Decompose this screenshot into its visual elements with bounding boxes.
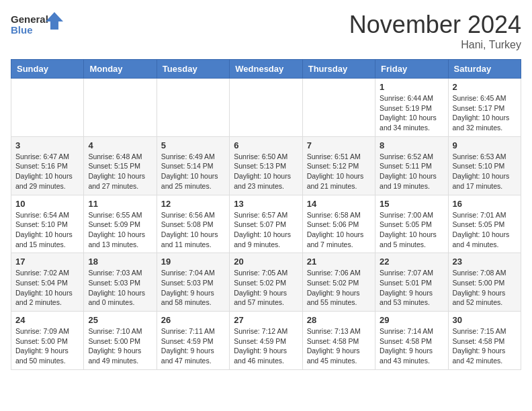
day-number: 18 — [88, 257, 152, 267]
day-info: Sunrise: 7:14 AM Sunset: 4:58 PM Dayligh… — [380, 326, 443, 366]
day-header-wednesday: Wednesday — [230, 60, 302, 79]
svg-text:General: General — [11, 13, 48, 25]
calendar-cell: 4Sunrise: 6:48 AM Sunset: 5:15 PM Daylig… — [84, 136, 157, 195]
location: Hani, Turkey — [349, 39, 521, 51]
day-info: Sunrise: 6:48 AM Sunset: 5:15 PM Dayligh… — [88, 152, 152, 191]
day-info: Sunrise: 6:53 AM Sunset: 5:10 PM Dayligh… — [453, 152, 517, 191]
day-info: Sunrise: 6:57 AM Sunset: 5:07 PM Dayligh… — [234, 210, 298, 250]
day-number: 6 — [234, 140, 298, 150]
day-info: Sunrise: 7:10 AM Sunset: 5:00 PM Dayligh… — [88, 326, 152, 366]
calendar-cell: 12Sunrise: 6:56 AM Sunset: 5:08 PM Dayli… — [157, 195, 229, 253]
calendar-cell: 25Sunrise: 7:10 AM Sunset: 5:00 PM Dayli… — [84, 312, 157, 370]
day-number: 28 — [307, 315, 371, 325]
day-number: 1 — [380, 82, 443, 92]
day-number: 19 — [161, 257, 225, 267]
day-info: Sunrise: 6:50 AM Sunset: 5:13 PM Dayligh… — [234, 152, 298, 191]
calendar-cell: 27Sunrise: 7:12 AM Sunset: 4:59 PM Dayli… — [230, 312, 302, 370]
calendar-cell: 26Sunrise: 7:11 AM Sunset: 4:59 PM Dayli… — [157, 312, 229, 370]
calendar-cell: 6Sunrise: 6:50 AM Sunset: 5:13 PM Daylig… — [230, 136, 302, 195]
day-number: 25 — [88, 315, 152, 325]
day-info: Sunrise: 7:11 AM Sunset: 4:59 PM Dayligh… — [161, 326, 225, 366]
calendar-cell: 3Sunrise: 6:47 AM Sunset: 5:16 PM Daylig… — [11, 136, 84, 195]
week-row-4: 17Sunrise: 7:02 AM Sunset: 5:04 PM Dayli… — [11, 253, 521, 312]
calendar-cell: 10Sunrise: 6:54 AM Sunset: 5:10 PM Dayli… — [11, 195, 84, 253]
day-info: Sunrise: 7:04 AM Sunset: 5:03 PM Dayligh… — [161, 268, 225, 308]
day-info: Sunrise: 7:00 AM Sunset: 5:05 PM Dayligh… — [380, 210, 443, 250]
day-header-tuesday: Tuesday — [157, 60, 229, 79]
day-info: Sunrise: 6:54 AM Sunset: 5:10 PM Dayligh… — [15, 210, 79, 250]
day-number: 20 — [234, 257, 298, 267]
day-number: 13 — [234, 199, 298, 209]
day-info: Sunrise: 7:02 AM Sunset: 5:04 PM Dayligh… — [15, 268, 79, 308]
day-number: 2 — [453, 82, 517, 92]
calendar-cell — [230, 79, 302, 137]
week-row-5: 24Sunrise: 7:09 AM Sunset: 5:00 PM Dayli… — [11, 312, 521, 370]
calendar-cell: 15Sunrise: 7:00 AM Sunset: 5:05 PM Dayli… — [375, 195, 448, 253]
calendar-cell: 30Sunrise: 7:15 AM Sunset: 4:58 PM Dayli… — [448, 312, 521, 370]
calendar-header: SundayMondayTuesdayWednesdayThursdayFrid… — [11, 60, 521, 79]
day-number: 17 — [15, 257, 79, 267]
day-info: Sunrise: 7:05 AM Sunset: 5:02 PM Dayligh… — [234, 268, 298, 308]
calendar: SundayMondayTuesdayWednesdayThursdayFrid… — [11, 59, 521, 370]
day-number: 30 — [453, 315, 517, 325]
svg-text:Blue: Blue — [11, 24, 33, 36]
day-info: Sunrise: 6:44 AM Sunset: 5:19 PM Dayligh… — [380, 93, 443, 133]
calendar-cell: 23Sunrise: 7:08 AM Sunset: 5:00 PM Dayli… — [448, 253, 521, 312]
day-number: 22 — [380, 257, 443, 267]
month-title: November 2024 — [349, 11, 521, 39]
header: GeneralBlue November 2024 Hani, Turkey — [11, 11, 521, 51]
calendar-cell: 19Sunrise: 7:04 AM Sunset: 5:03 PM Dayli… — [157, 253, 229, 312]
calendar-cell: 16Sunrise: 7:01 AM Sunset: 5:05 PM Dayli… — [448, 195, 521, 253]
day-number: 4 — [88, 140, 152, 150]
day-info: Sunrise: 7:13 AM Sunset: 4:58 PM Dayligh… — [307, 326, 371, 366]
calendar-cell: 5Sunrise: 6:49 AM Sunset: 5:14 PM Daylig… — [157, 136, 229, 195]
calendar-cell: 21Sunrise: 7:06 AM Sunset: 5:02 PM Dayli… — [302, 253, 375, 312]
day-info: Sunrise: 7:08 AM Sunset: 5:00 PM Dayligh… — [453, 268, 517, 308]
calendar-cell — [84, 79, 157, 137]
calendar-cell: 11Sunrise: 6:55 AM Sunset: 5:09 PM Dayli… — [84, 195, 157, 253]
calendar-cell: 28Sunrise: 7:13 AM Sunset: 4:58 PM Dayli… — [302, 312, 375, 370]
day-number: 8 — [380, 140, 443, 150]
header-row: SundayMondayTuesdayWednesdayThursdayFrid… — [11, 60, 521, 79]
day-info: Sunrise: 6:51 AM Sunset: 5:12 PM Dayligh… — [307, 152, 371, 191]
day-number: 3 — [15, 140, 79, 150]
day-number: 29 — [380, 315, 443, 325]
day-info: Sunrise: 6:47 AM Sunset: 5:16 PM Dayligh… — [15, 152, 79, 191]
day-number: 23 — [453, 257, 517, 267]
day-header-thursday: Thursday — [302, 60, 375, 79]
day-header-saturday: Saturday — [448, 60, 521, 79]
day-number: 7 — [307, 140, 371, 150]
day-info: Sunrise: 6:58 AM Sunset: 5:06 PM Dayligh… — [307, 210, 371, 250]
calendar-cell: 8Sunrise: 6:52 AM Sunset: 5:11 PM Daylig… — [375, 136, 448, 195]
day-info: Sunrise: 7:12 AM Sunset: 4:59 PM Dayligh… — [234, 326, 298, 366]
day-header-sunday: Sunday — [11, 60, 84, 79]
logo: GeneralBlue — [11, 11, 64, 40]
title-section: November 2024 Hani, Turkey — [349, 11, 521, 51]
day-info: Sunrise: 7:03 AM Sunset: 5:03 PM Dayligh… — [88, 268, 152, 308]
calendar-cell — [157, 79, 229, 137]
calendar-cell: 29Sunrise: 7:14 AM Sunset: 4:58 PM Dayli… — [375, 312, 448, 370]
day-header-monday: Monday — [84, 60, 157, 79]
day-number: 9 — [453, 140, 517, 150]
logo-svg: GeneralBlue — [11, 11, 64, 40]
calendar-cell: 1Sunrise: 6:44 AM Sunset: 5:19 PM Daylig… — [375, 79, 448, 137]
calendar-cell: 13Sunrise: 6:57 AM Sunset: 5:07 PM Dayli… — [230, 195, 302, 253]
day-number: 10 — [15, 199, 79, 209]
day-info: Sunrise: 6:52 AM Sunset: 5:11 PM Dayligh… — [380, 152, 443, 191]
day-info: Sunrise: 6:49 AM Sunset: 5:14 PM Dayligh… — [161, 152, 225, 191]
calendar-cell: 24Sunrise: 7:09 AM Sunset: 5:00 PM Dayli… — [11, 312, 84, 370]
day-info: Sunrise: 6:56 AM Sunset: 5:08 PM Dayligh… — [161, 210, 225, 250]
calendar-cell: 9Sunrise: 6:53 AM Sunset: 5:10 PM Daylig… — [448, 136, 521, 195]
calendar-cell: 7Sunrise: 6:51 AM Sunset: 5:12 PM Daylig… — [302, 136, 375, 195]
calendar-cell: 18Sunrise: 7:03 AM Sunset: 5:03 PM Dayli… — [84, 253, 157, 312]
calendar-cell: 20Sunrise: 7:05 AM Sunset: 5:02 PM Dayli… — [230, 253, 302, 312]
calendar-cell: 14Sunrise: 6:58 AM Sunset: 5:06 PM Dayli… — [302, 195, 375, 253]
day-info: Sunrise: 7:15 AM Sunset: 4:58 PM Dayligh… — [453, 326, 517, 366]
day-number: 16 — [453, 199, 517, 209]
day-info: Sunrise: 7:09 AM Sunset: 5:00 PM Dayligh… — [15, 326, 79, 366]
day-info: Sunrise: 6:45 AM Sunset: 5:17 PM Dayligh… — [453, 93, 517, 133]
week-row-1: 1Sunrise: 6:44 AM Sunset: 5:19 PM Daylig… — [11, 79, 521, 137]
day-number: 15 — [380, 199, 443, 209]
calendar-cell — [11, 79, 84, 137]
calendar-body: 1Sunrise: 6:44 AM Sunset: 5:19 PM Daylig… — [11, 79, 521, 370]
